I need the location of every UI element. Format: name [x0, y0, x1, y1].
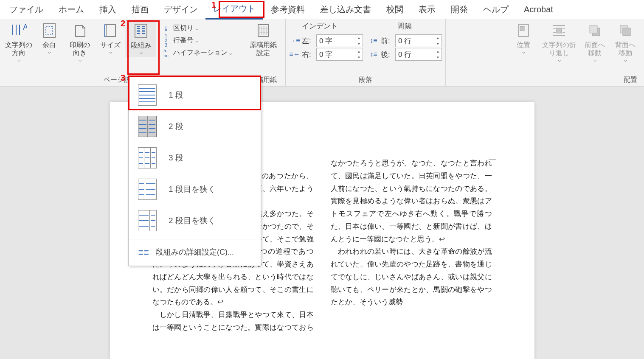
tab-view[interactable]: 表示 [411, 0, 443, 19]
columns-label: 段組み [131, 41, 151, 49]
breaks-label: 区切り [173, 24, 194, 33]
menu-separator [129, 239, 261, 239]
orientation-button[interactable]: 印刷の 向き ⌵ [65, 20, 95, 65]
line-numbers-label: 行番号 [173, 36, 194, 45]
tab-references[interactable]: 参考資料 [263, 0, 312, 19]
tab-design[interactable]: デザイン [156, 0, 205, 19]
breaks-button[interactable]: ⤓ 区切り ⌵ [159, 22, 235, 34]
spin-up-icon[interactable]: ▲ [434, 35, 442, 41]
document-area: 人をつくる↩ ‡上侯の所へいつたのは學生時代のあつたから、二十歳くらいであつたそ… [0, 87, 644, 359]
position-icon [515, 22, 532, 39]
annotation-number-1: 1 [211, 0, 216, 10]
columns-option-three[interactable]: 3 段 [129, 142, 261, 174]
columns-narrow-right-label: 2 段目を狭く [169, 215, 216, 226]
space-before-value: 0 行 [396, 35, 434, 47]
ribbon-tabs: ファイル ホーム 挿入 描画 デザイン レイアウト 参考資料 差し込み文書 校閲… [0, 0, 644, 19]
columns-narrow-left-icon [138, 179, 157, 200]
bring-forward-button: 前面へ 移動 ⌵ [579, 20, 610, 65]
space-after-icon: ↕≡ [368, 50, 379, 59]
svg-rect-2 [46, 26, 53, 35]
tab-insert[interactable]: 挿入 [92, 0, 124, 19]
margins-button[interactable]: 余白 ⌵ [34, 20, 65, 56]
position-button: 位置 ⌵ [508, 20, 539, 56]
chevron-down-icon: ⌵ [593, 57, 596, 63]
columns-more-icon: ≣≣ [138, 248, 148, 256]
text-direction-button[interactable]: A 文字列の 方向 ⌵ [3, 20, 34, 65]
line-numbers-button[interactable]: 123 行番号 ⌵ [159, 34, 235, 47]
position-label: 位置 [517, 41, 530, 49]
tab-developer[interactable]: 開発 [443, 0, 475, 19]
tab-mailings[interactable]: 差し込み文書 [312, 0, 379, 19]
spin-up-icon[interactable]: ▲ [434, 48, 442, 54]
svg-text:A: A [23, 23, 27, 31]
svg-rect-10 [590, 25, 597, 33]
hyphenation-icon: a-bc [161, 49, 171, 57]
chevron-down-icon: ⌵ [140, 49, 143, 55]
send-backward-button: 背面へ 移動 ⌵ [610, 20, 641, 65]
chevron-down-icon: ⌵ [109, 49, 112, 55]
chevron-down-icon: ⌵ [624, 57, 627, 63]
hyphenation-button[interactable]: a-bc ハイフネーション ⌵ [159, 47, 235, 59]
orientation-icon [71, 22, 88, 39]
wrap-text-icon [551, 22, 568, 39]
columns-icon [132, 22, 149, 39]
line-numbers-icon: 123 [161, 36, 171, 45]
annotation-number-2: 2 [121, 19, 125, 28]
group-arrange: 位置 ⌵ 文字列の折 り返し ⌵ 前面へ 移動 ⌵ [505, 19, 644, 86]
columns-option-two[interactable]: 2 段 [129, 111, 261, 142]
indent-left-value: 0 字 [317, 35, 355, 47]
margins-icon [41, 22, 58, 39]
text-direction-icon: A [10, 22, 27, 39]
manuscript-button[interactable]: 原稿用紙 設定 [245, 20, 282, 59]
columns-option-narrow-left[interactable]: 1 段目を狭く [129, 174, 261, 205]
tab-draw[interactable]: 描画 [124, 0, 156, 19]
text-direction-label: 文字列の 方向 [5, 41, 32, 57]
space-before-input[interactable]: 0 行 ▲▼ [395, 34, 442, 47]
space-after-input[interactable]: 0 行 ▲▼ [395, 48, 442, 61]
tab-home[interactable]: ホーム [51, 0, 92, 19]
spin-down-icon[interactable]: ▼ [434, 41, 442, 47]
breaks-icon: ⤓ [161, 24, 171, 33]
columns-dropdown: 1 段 2 段 3 段 1 段目を狭く 2 段目を狭く ≣≣ 段組みの詳細設定(… [128, 76, 261, 266]
tab-review[interactable]: 校閲 [379, 0, 411, 19]
svg-rect-8 [557, 28, 562, 33]
spin-down-icon[interactable]: ▼ [434, 54, 442, 60]
manuscript-icon [255, 22, 272, 39]
margins-label: 余白 [42, 41, 56, 49]
wrap-text-label: 文字列の折 り返し [542, 41, 576, 57]
svg-rect-4 [135, 24, 147, 38]
chevron-down-icon: ⌵ [229, 50, 232, 56]
columns-more-settings[interactable]: ≣≣ 段組みの詳細設定(C)... [129, 242, 261, 262]
spin-up-icon[interactable]: ▲ [355, 35, 363, 41]
columns-button[interactable]: 段組み ⌵ [126, 20, 156, 57]
columns-option-one[interactable]: 1 段 [129, 79, 261, 111]
columns-three-icon [138, 147, 157, 168]
spin-up-icon[interactable]: ▲ [355, 48, 363, 54]
chevron-down-icon: ⌵ [522, 49, 525, 55]
bring-forward-icon [586, 22, 603, 39]
indent-right-label: 右: [302, 50, 316, 59]
doc-paragraph: われわれの若い時には、大きな革命の餘波が流れていた。偉い先輩のやつた足跡を、書物… [331, 245, 492, 309]
spin-down-icon[interactable]: ▼ [355, 41, 363, 47]
indent-right-input[interactable]: 0 字 ▲▼ [316, 48, 363, 61]
group-label-arrange: 配置 [508, 75, 641, 86]
columns-two-label: 2 段 [169, 121, 183, 132]
chevron-down-icon: ⌵ [558, 57, 561, 63]
spin-down-icon[interactable]: ▼ [355, 54, 363, 60]
tab-acrobat[interactable]: Acrobat [516, 1, 561, 18]
chevron-down-icon: ⌵ [79, 57, 82, 63]
tab-file[interactable]: ファイル [2, 0, 51, 19]
hyphenation-label: ハイフネーション [173, 48, 228, 57]
columns-option-narrow-right[interactable]: 2 段目を狭く [129, 205, 261, 236]
indent-heading: インデント [302, 21, 338, 31]
group-label-paragraph: 段落 [289, 75, 442, 86]
columns-more-label: 段組みの詳細設定(C)... [156, 247, 234, 257]
columns-two-icon [138, 116, 157, 137]
spacing-heading: 間隔 [397, 21, 412, 31]
send-backward-label: 背面へ 移動 [615, 41, 636, 57]
indent-left-input[interactable]: 0 字 ▲▼ [316, 34, 363, 47]
tab-help[interactable]: ヘルプ [475, 0, 516, 19]
chevron-down-icon: ⌵ [17, 57, 20, 63]
columns-narrow-right-icon [138, 210, 157, 231]
space-before-label: 前: [381, 36, 395, 46]
